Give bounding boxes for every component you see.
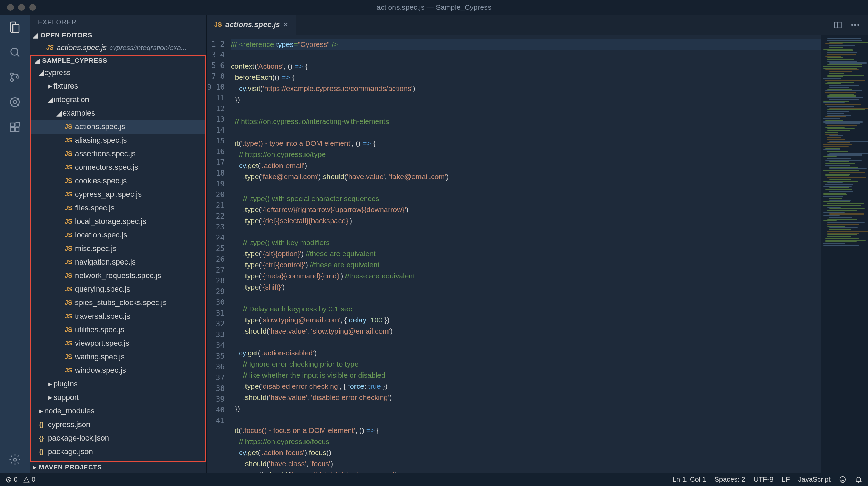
extensions-icon[interactable]	[8, 120, 22, 134]
file-assertions-spec-js[interactable]: JSassertions.spec.js	[31, 147, 205, 161]
close-icon[interactable]: ×	[284, 20, 288, 29]
folder-integration[interactable]: ◢integration	[31, 93, 205, 107]
editor-area: JS actions.spec.js × 1 2 3 4 5 6 7 8 9 1…	[207, 15, 868, 473]
indent-setting[interactable]: Spaces: 2	[715, 476, 745, 484]
language-mode[interactable]: JavaScript	[798, 476, 831, 484]
file-name: viewport.spec.js	[75, 339, 130, 348]
file-package-lock-json[interactable]: {}package-lock.json	[31, 431, 205, 445]
open-editors-label: OPEN EDITORS	[41, 32, 92, 39]
file-name: cypress.json	[48, 420, 90, 429]
svg-point-16	[840, 477, 846, 483]
tab-actions-spec[interactable]: JS actions.spec.js ×	[207, 15, 296, 35]
folder-examples[interactable]: ◢examples	[31, 107, 205, 120]
svg-point-2	[10, 79, 13, 81]
file-network_requests-spec-js[interactable]: JSnetwork_requests.spec.js	[31, 269, 205, 283]
svg-point-13	[854, 24, 856, 26]
folder-cypress[interactable]: ◢cypress	[31, 66, 205, 79]
split-editor-icon[interactable]	[833, 20, 842, 30]
file-navigation-spec-js[interactable]: JSnavigation.spec.js	[31, 255, 205, 269]
status-bar: 0 0 Ln 1, Col 1 Spaces: 2 UTF-8 LF JavaS…	[0, 473, 868, 486]
svg-rect-9	[16, 123, 19, 126]
maven-projects-header[interactable]: ▸ MAVEN PROJECTS	[30, 462, 206, 473]
file-utilities-spec-js[interactable]: JSutilities.spec.js	[31, 323, 205, 337]
svg-rect-8	[15, 127, 19, 131]
file-cookies-spec-js[interactable]: JScookies.spec.js	[31, 174, 205, 188]
chevron-right-icon: ▸	[47, 393, 53, 402]
file-waiting-spec-js[interactable]: JSwaiting.spec.js	[31, 350, 205, 364]
folder-name: support	[53, 393, 79, 402]
project-header[interactable]: ◢ SAMPLE_CYPRESS	[30, 55, 206, 66]
eol[interactable]: LF	[782, 476, 790, 484]
tab-bar: JS actions.spec.js ×	[207, 15, 868, 35]
more-icon[interactable]	[851, 24, 860, 26]
file-aliasing-spec-js[interactable]: JSaliasing.spec.js	[31, 134, 205, 147]
folder-plugins[interactable]: ▸plugins	[31, 377, 205, 391]
project-label: SAMPLE_CYPRESS	[42, 57, 108, 65]
open-editors-header[interactable]: ◢ OPEN EDITORS	[30, 30, 206, 41]
js-icon: JS	[65, 150, 72, 158]
file-spies_stubs_clocks-spec-js[interactable]: JSspies_stubs_clocks.spec.js	[31, 296, 205, 310]
folder-name: plugins	[53, 379, 78, 388]
folder-node_modules[interactable]: ▸node_modules	[31, 404, 205, 418]
encoding[interactable]: UTF-8	[754, 476, 774, 484]
file-name: local_storage.spec.js	[75, 217, 146, 226]
file-querying-spec-js[interactable]: JSquerying.spec.js	[31, 283, 205, 296]
gear-icon[interactable]	[8, 453, 22, 467]
traffic-zoom[interactable]	[29, 4, 36, 11]
chevron-down-icon: ◢	[47, 95, 53, 104]
file-cypress-json[interactable]: {}cypress.json	[31, 418, 205, 431]
file-name: assertions.spec.js	[75, 149, 136, 158]
file-misc-spec-js[interactable]: JSmisc.spec.js	[31, 242, 205, 255]
traffic-close[interactable]	[7, 4, 14, 11]
file-viewport-spec-js[interactable]: JSviewport.spec.js	[31, 337, 205, 350]
source-control-icon[interactable]	[8, 70, 22, 84]
file-window-spec-js[interactable]: JSwindow.spec.js	[31, 364, 205, 377]
problems-badge[interactable]: 0 0	[6, 476, 35, 484]
files-icon[interactable]	[8, 20, 22, 34]
file-local_storage-spec-js[interactable]: JSlocal_storage.spec.js	[31, 215, 205, 228]
svg-point-1	[10, 73, 13, 75]
file-name: network_requests.spec.js	[75, 271, 161, 280]
search-icon[interactable]	[8, 45, 22, 59]
file-package-json[interactable]: {}package.json	[31, 445, 205, 459]
bell-icon[interactable]	[855, 476, 862, 483]
js-icon: JS	[65, 123, 72, 131]
folder-support[interactable]: ▸support	[31, 391, 205, 404]
file-name: package-lock.json	[48, 434, 109, 443]
file-files-spec-js[interactable]: JSfiles.spec.js	[31, 201, 205, 215]
file-name: actions.spec.js	[75, 122, 125, 131]
js-icon: JS	[65, 286, 72, 293]
svg-point-14	[857, 24, 859, 26]
js-icon: JS	[65, 164, 72, 171]
js-icon: JS	[46, 44, 54, 51]
cursor-position[interactable]: Ln 1, Col 1	[673, 476, 706, 484]
code-editor[interactable]: 1 2 3 4 5 6 7 8 9 10 11 12 13 14 15 16 1…	[207, 35, 868, 473]
file-name: misc.spec.js	[75, 244, 117, 253]
folder-name: examples	[62, 109, 95, 118]
chevron-right-icon: ▸	[47, 379, 53, 388]
file-actions-spec-js[interactable]: JSactions.spec.js	[31, 120, 205, 134]
json-icon: {}	[37, 448, 45, 455]
chevron-down-icon: ◢	[37, 68, 44, 77]
svg-rect-7	[11, 127, 15, 131]
file-tree: ◢cypress▸fixtures◢integration◢examplesJS…	[30, 66, 206, 462]
folder-fixtures[interactable]: ▸fixtures	[31, 79, 205, 93]
file-location-spec-js[interactable]: JSlocation.spec.js	[31, 228, 205, 242]
debug-icon[interactable]	[8, 95, 22, 109]
traffic-minimize[interactable]	[18, 4, 25, 11]
chevron-down-icon: ◢	[56, 109, 62, 118]
file-connectors-spec-js[interactable]: JSconnectors.spec.js	[31, 161, 205, 174]
open-editor-item[interactable]: JSactions.spec.jscypress/integration/exa…	[30, 41, 206, 55]
file-traversal-spec-js[interactable]: JStraversal.spec.js	[31, 310, 205, 323]
js-icon: JS	[65, 313, 72, 320]
file-cypress_api-spec-js[interactable]: JScypress_api.spec.js	[31, 188, 205, 201]
chevron-down-icon: ◢	[35, 57, 40, 65]
code-content[interactable]: /// <reference types="Cypress" /> contex…	[231, 35, 821, 473]
js-icon: JS	[65, 218, 72, 225]
feedback-icon[interactable]	[839, 476, 846, 483]
js-icon: JS	[65, 245, 72, 252]
file-name: files.spec.js	[75, 203, 115, 212]
activity-bar	[0, 15, 30, 473]
minimap[interactable]	[821, 35, 868, 473]
js-icon: JS	[65, 232, 72, 239]
